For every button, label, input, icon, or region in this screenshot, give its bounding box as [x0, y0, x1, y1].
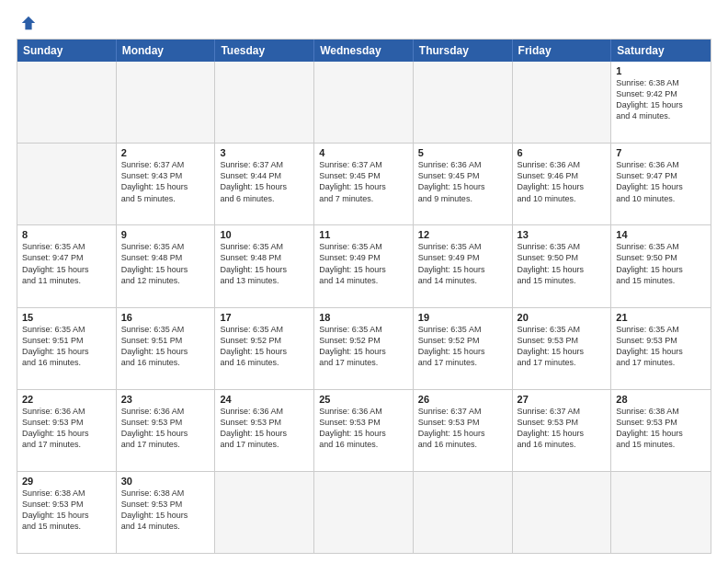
- day-number: 27: [518, 394, 607, 405]
- cell-info: Sunrise: 6:35 AM Sunset: 9:49 PM Dayligh…: [319, 242, 386, 284]
- calendar-cell: 28Sunrise: 6:38 AM Sunset: 9:53 PM Dayli…: [611, 390, 711, 471]
- cell-info: Sunrise: 6:35 AM Sunset: 9:52 PM Dayligh…: [418, 325, 485, 367]
- cell-info: Sunrise: 6:35 AM Sunset: 9:52 PM Dayligh…: [319, 325, 386, 367]
- calendar-cell: 22Sunrise: 6:36 AM Sunset: 9:53 PM Dayli…: [17, 390, 117, 471]
- calendar-cell: 29Sunrise: 6:38 AM Sunset: 9:53 PM Dayli…: [17, 472, 117, 553]
- cell-info: Sunrise: 6:35 AM Sunset: 9:48 PM Dayligh…: [220, 242, 287, 284]
- calendar-cell: 8Sunrise: 6:35 AM Sunset: 9:47 PM Daylig…: [17, 225, 117, 306]
- day-number: 29: [22, 476, 111, 487]
- header: [17, 15, 711, 31]
- day-number: 10: [220, 229, 309, 240]
- cell-info: Sunrise: 6:38 AM Sunset: 9:53 PM Dayligh…: [616, 407, 683, 449]
- day-number: 12: [418, 229, 507, 240]
- cell-info: Sunrise: 6:37 AM Sunset: 9:45 PM Dayligh…: [319, 160, 386, 202]
- calendar-cell: 9Sunrise: 6:35 AM Sunset: 9:48 PM Daylig…: [117, 225, 216, 306]
- calendar-cell: 3Sunrise: 6:37 AM Sunset: 9:44 PM Daylig…: [215, 144, 314, 224]
- day-number: 7: [616, 147, 706, 158]
- day-number: 15: [22, 312, 111, 323]
- calendar-cell: 4Sunrise: 6:37 AM Sunset: 9:45 PM Daylig…: [314, 144, 414, 224]
- cell-info: Sunrise: 6:37 AM Sunset: 9:43 PM Dayligh…: [121, 160, 188, 202]
- calendar-cell: 1Sunrise: 6:38 AM Sunset: 9:42 PM Daylig…: [611, 62, 711, 143]
- logo: [17, 15, 37, 31]
- calendar-cell: 26Sunrise: 6:37 AM Sunset: 9:53 PM Dayli…: [414, 390, 513, 471]
- calendar-cell-empty: [414, 62, 513, 143]
- day-number: 13: [518, 229, 607, 240]
- header-day-thursday: Thursday: [414, 40, 513, 62]
- day-number: 9: [121, 229, 210, 240]
- header-day-saturday: Saturday: [611, 40, 711, 62]
- calendar-cell-empty: [513, 472, 612, 553]
- day-number: 30: [121, 476, 210, 487]
- calendar-cell: 27Sunrise: 6:37 AM Sunset: 9:53 PM Dayli…: [513, 390, 612, 471]
- calendar-cell-empty: [314, 62, 414, 143]
- cell-info: Sunrise: 6:38 AM Sunset: 9:42 PM Dayligh…: [616, 78, 683, 121]
- logo-area: [17, 15, 37, 31]
- calendar: SundayMondayTuesdayWednesdayThursdayFrid…: [17, 39, 711, 554]
- cell-info: Sunrise: 6:36 AM Sunset: 9:53 PM Dayligh…: [121, 407, 188, 449]
- cell-info: Sunrise: 6:35 AM Sunset: 9:51 PM Dayligh…: [22, 325, 89, 367]
- cell-info: Sunrise: 6:35 AM Sunset: 9:50 PM Dayligh…: [616, 242, 683, 284]
- calendar-cell: 14Sunrise: 6:35 AM Sunset: 9:50 PM Dayli…: [611, 225, 711, 306]
- calendar-cell: 12Sunrise: 6:35 AM Sunset: 9:49 PM Dayli…: [414, 225, 513, 306]
- day-number: 22: [22, 394, 111, 405]
- cell-info: Sunrise: 6:38 AM Sunset: 9:53 PM Dayligh…: [121, 488, 188, 531]
- day-number: 8: [22, 229, 111, 240]
- header-day-tuesday: Tuesday: [215, 40, 314, 62]
- cell-info: Sunrise: 6:36 AM Sunset: 9:53 PM Dayligh…: [22, 407, 89, 449]
- day-number: 3: [220, 147, 309, 158]
- day-number: 11: [319, 229, 408, 240]
- header-day-friday: Friday: [513, 40, 612, 62]
- calendar-cell: 30Sunrise: 6:38 AM Sunset: 9:53 PM Dayli…: [117, 472, 216, 553]
- day-number: 20: [518, 312, 607, 323]
- calendar-cell-empty: [17, 144, 117, 224]
- cell-info: Sunrise: 6:36 AM Sunset: 9:53 PM Dayligh…: [319, 407, 386, 449]
- cell-info: Sunrise: 6:35 AM Sunset: 9:50 PM Dayligh…: [518, 242, 585, 284]
- calendar-cell: 24Sunrise: 6:36 AM Sunset: 9:53 PM Dayli…: [215, 390, 314, 471]
- page: SundayMondayTuesdayWednesdayThursdayFrid…: [0, 0, 728, 563]
- cell-info: Sunrise: 6:36 AM Sunset: 9:53 PM Dayligh…: [220, 407, 287, 449]
- day-number: 6: [518, 147, 607, 158]
- calendar-cell-empty: [117, 62, 216, 143]
- cell-info: Sunrise: 6:36 AM Sunset: 9:46 PM Dayligh…: [518, 160, 585, 202]
- calendar-cell: 11Sunrise: 6:35 AM Sunset: 9:49 PM Dayli…: [314, 225, 414, 306]
- day-number: 1: [616, 65, 706, 76]
- svg-marker-0: [22, 17, 35, 29]
- cell-info: Sunrise: 6:35 AM Sunset: 9:52 PM Dayligh…: [220, 325, 287, 367]
- calendar-body: 1Sunrise: 6:38 AM Sunset: 9:42 PM Daylig…: [17, 62, 711, 553]
- day-number: 14: [616, 229, 706, 240]
- day-number: 16: [121, 312, 210, 323]
- day-number: 2: [121, 147, 210, 158]
- calendar-cell-empty: [611, 472, 711, 553]
- day-number: 25: [319, 394, 408, 405]
- cell-info: Sunrise: 6:37 AM Sunset: 9:53 PM Dayligh…: [518, 407, 585, 449]
- day-number: 21: [616, 312, 706, 323]
- calendar-cell-empty: [513, 62, 612, 143]
- calendar-cell: 7Sunrise: 6:36 AM Sunset: 9:47 PM Daylig…: [611, 144, 711, 224]
- day-number: 5: [418, 147, 507, 158]
- calendar-row: 2Sunrise: 6:37 AM Sunset: 9:43 PM Daylig…: [17, 143, 711, 224]
- cell-info: Sunrise: 6:35 AM Sunset: 9:53 PM Dayligh…: [616, 325, 683, 367]
- calendar-cell-empty: [215, 472, 314, 553]
- cell-info: Sunrise: 6:35 AM Sunset: 9:51 PM Dayligh…: [121, 325, 188, 367]
- calendar-cell: 17Sunrise: 6:35 AM Sunset: 9:52 PM Dayli…: [215, 308, 314, 389]
- day-number: 4: [319, 147, 408, 158]
- cell-info: Sunrise: 6:36 AM Sunset: 9:45 PM Dayligh…: [418, 160, 485, 202]
- calendar-cell: 16Sunrise: 6:35 AM Sunset: 9:51 PM Dayli…: [117, 308, 216, 389]
- cell-info: Sunrise: 6:35 AM Sunset: 9:49 PM Dayligh…: [418, 242, 485, 284]
- calendar-cell-empty: [314, 472, 414, 553]
- calendar-cell-empty: [414, 472, 513, 553]
- day-number: 19: [418, 312, 507, 323]
- calendar-cell: 2Sunrise: 6:37 AM Sunset: 9:43 PM Daylig…: [117, 144, 216, 224]
- calendar-header: SundayMondayTuesdayWednesdayThursdayFrid…: [17, 40, 711, 62]
- calendar-cell: 15Sunrise: 6:35 AM Sunset: 9:51 PM Dayli…: [17, 308, 117, 389]
- calendar-cell: 21Sunrise: 6:35 AM Sunset: 9:53 PM Dayli…: [611, 308, 711, 389]
- calendar-cell: 6Sunrise: 6:36 AM Sunset: 9:46 PM Daylig…: [513, 144, 612, 224]
- calendar-cell: 13Sunrise: 6:35 AM Sunset: 9:50 PM Dayli…: [513, 225, 612, 306]
- calendar-cell-empty: [215, 62, 314, 143]
- calendar-cell: 23Sunrise: 6:36 AM Sunset: 9:53 PM Dayli…: [117, 390, 216, 471]
- day-number: 17: [220, 312, 309, 323]
- calendar-row: 15Sunrise: 6:35 AM Sunset: 9:51 PM Dayli…: [17, 307, 711, 389]
- cell-info: Sunrise: 6:35 AM Sunset: 9:48 PM Dayligh…: [121, 242, 188, 284]
- header-day-wednesday: Wednesday: [314, 40, 414, 62]
- calendar-row: 29Sunrise: 6:38 AM Sunset: 9:53 PM Dayli…: [17, 471, 711, 553]
